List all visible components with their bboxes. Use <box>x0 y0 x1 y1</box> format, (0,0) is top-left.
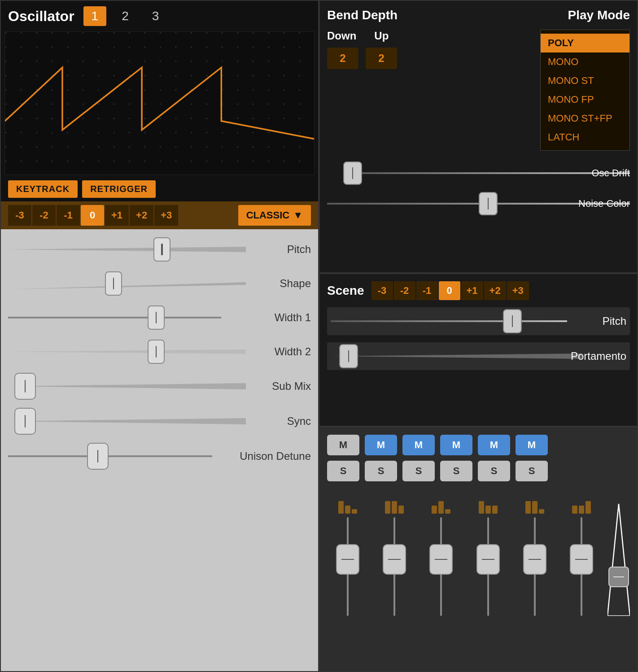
width2-thumb[interactable] <box>148 340 165 364</box>
fader-handle[interactable] <box>429 544 453 575</box>
fader-handle[interactable] <box>336 544 359 575</box>
retrigger-button[interactable]: RETRIGGER <box>82 180 156 198</box>
bar <box>572 506 577 514</box>
scene-semi-plus1[interactable]: +1 <box>461 281 483 300</box>
svg-marker-6 <box>8 418 246 424</box>
shape-label: Shape <box>280 277 311 290</box>
bars-3 <box>432 500 450 514</box>
fader-handle[interactable] <box>523 544 546 575</box>
bar <box>539 509 544 514</box>
shape-thumb[interactable] <box>105 271 122 296</box>
m-button-2[interactable]: M <box>365 435 397 455</box>
osc-tab-3[interactable]: 3 <box>144 6 167 26</box>
mixer-channel-3 <box>420 500 462 616</box>
noise-color-label: Noise Color <box>578 198 630 209</box>
bar <box>586 501 591 514</box>
sync-thumb[interactable] <box>14 408 36 435</box>
m-button-6[interactable]: M <box>516 435 548 455</box>
submix-thumb[interactable] <box>14 373 36 400</box>
scene-pitch-label: Pitch <box>603 315 626 327</box>
pitch-thumb[interactable] <box>153 237 170 262</box>
s-button-6[interactable]: S <box>516 461 548 481</box>
play-mode-mono-fp[interactable]: MONO FP <box>541 90 629 109</box>
fader-handle[interactable] <box>476 544 500 575</box>
fader-handle[interactable] <box>383 544 406 575</box>
waveform-dropdown[interactable]: CLASSIC ▼ <box>238 205 311 226</box>
semi-plus1[interactable]: +1 <box>105 205 129 226</box>
width2-slider-row: Width 2 <box>8 339 311 365</box>
svg-marker-4 <box>8 349 246 354</box>
scene-pitch-thumb[interactable] <box>503 309 522 333</box>
semi-minus3[interactable]: -3 <box>8 205 31 226</box>
play-mode-mono-st-fp[interactable]: MONO ST+FP <box>541 109 629 128</box>
scene-semi-minus3[interactable]: -3 <box>371 281 393 300</box>
semi-plus3[interactable]: +3 <box>154 205 178 226</box>
portamento-thumb[interactable] <box>339 344 358 368</box>
mixer-channel-5 <box>514 500 555 616</box>
bp-content: Down Up 2 2 POLY MONO MONO ST MONO FP MO… <box>327 30 630 151</box>
semi-0[interactable]: 0 <box>81 205 104 226</box>
fader-6 <box>569 517 594 616</box>
osc-tab-2[interactable]: 2 <box>114 6 137 26</box>
sync-taper <box>8 415 246 428</box>
m-button-1[interactable]: M <box>327 435 359 455</box>
dropdown-arrow-icon: ▼ <box>293 209 303 221</box>
noise-thumb[interactable] <box>479 192 498 215</box>
master-fader <box>607 487 630 616</box>
s-button-2[interactable]: S <box>365 461 397 481</box>
osc-tabs: 1 2 3 <box>83 6 167 26</box>
m-button-4[interactable]: M <box>440 435 472 455</box>
scene-semi-plus2[interactable]: +2 <box>484 281 506 300</box>
play-mode-mono-st[interactable]: MONO ST <box>541 71 629 90</box>
master-fader-svg <box>607 504 630 616</box>
master-fader-container <box>607 504 630 616</box>
submix-taper <box>8 380 246 393</box>
scene-semi-minus1[interactable]: -1 <box>416 281 438 300</box>
pitch-taper <box>8 245 246 254</box>
oscillator-title: Oscillator <box>8 8 74 25</box>
osc-drift-label: Osc Drift <box>591 167 630 179</box>
unison-thumb[interactable] <box>87 443 109 470</box>
osc-header: Oscillator 1 2 3 <box>1 1 318 31</box>
mixer-channel-4 <box>468 500 509 616</box>
s-button-3[interactable]: S <box>402 461 435 481</box>
fader-handle[interactable] <box>570 544 593 575</box>
m-button-3[interactable]: M <box>402 435 435 455</box>
width1-thumb[interactable] <box>148 305 165 330</box>
bend-up-value[interactable]: 2 <box>366 48 397 69</box>
scene-semi-0[interactable]: 0 <box>439 281 460 300</box>
s-button-5[interactable]: S <box>478 461 510 481</box>
semi-minus2[interactable]: -2 <box>32 205 56 226</box>
svg-marker-2 <box>8 247 246 252</box>
bar <box>385 501 390 514</box>
fader-1 <box>335 517 360 616</box>
bend-labels: Down Up <box>327 30 531 42</box>
submix-label: Sub Mix <box>272 380 311 393</box>
unison-detune-slider-row: Unison Detune <box>8 443 311 470</box>
keytrack-button[interactable]: KEYTRACK <box>8 180 78 198</box>
semi-minus1[interactable]: -1 <box>57 205 80 226</box>
drift-thumb[interactable] <box>343 161 362 185</box>
bars-1 <box>338 500 357 514</box>
scene-semi-plus3[interactable]: +3 <box>507 281 529 300</box>
master-fader-handle[interactable] <box>608 567 629 587</box>
scene-semi-minus2[interactable]: -2 <box>394 281 415 300</box>
m-buttons-row: M M M M M M <box>327 435 630 455</box>
mixer-channel-6 <box>561 500 602 616</box>
semi-plus2[interactable]: +2 <box>130 205 153 226</box>
m-button-5[interactable]: M <box>478 435 510 455</box>
oscillator-panel: Oscillator 1 2 3 KEYT <box>0 0 319 672</box>
bar <box>579 506 584 514</box>
s-button-1[interactable]: S <box>327 461 359 481</box>
play-mode-mono[interactable]: MONO <box>541 52 629 71</box>
bend-depth-title: Bend Depth <box>327 8 398 22</box>
osc-tab-1[interactable]: 1 <box>83 6 107 26</box>
bend-down-value[interactable]: 2 <box>327 48 358 69</box>
fader-5 <box>522 517 547 616</box>
s-button-4[interactable]: S <box>440 461 472 481</box>
scene-pitch-row: Pitch <box>327 307 630 335</box>
play-mode-latch[interactable]: LATCH <box>541 128 629 147</box>
width2-taper <box>8 345 246 358</box>
play-mode-poly[interactable]: POLY <box>541 34 629 52</box>
bar <box>479 501 484 514</box>
